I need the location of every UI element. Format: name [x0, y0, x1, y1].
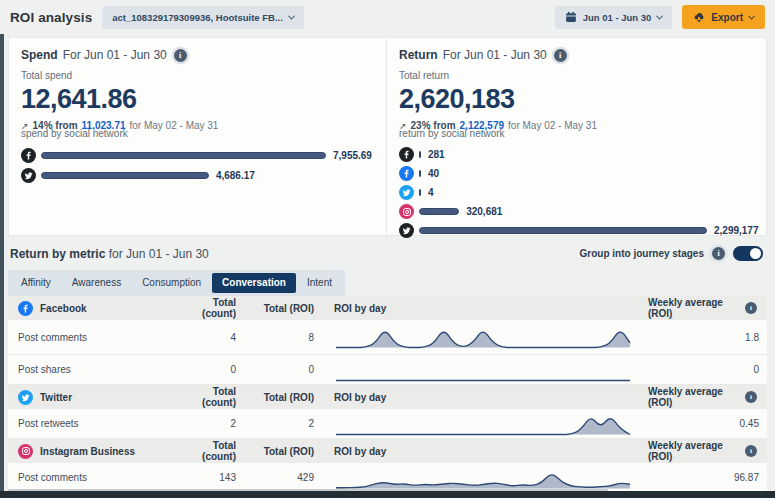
spend-bar	[41, 172, 209, 179]
return-bar	[419, 151, 421, 158]
return-by-metric-title: Return by metric	[10, 247, 105, 261]
total-spend-value: 12,641.86	[21, 84, 376, 115]
export-button[interactable]: Export	[682, 5, 765, 29]
tab-intent[interactable]: Intent	[297, 273, 342, 293]
return-bar-value: 281	[428, 149, 445, 160]
account-dropdown[interactable]: act_108329179309936, Hootsuite FB...	[102, 6, 304, 29]
journey-stages-toggle[interactable]	[733, 246, 763, 261]
instagram-icon	[399, 204, 414, 219]
spend-bar-row: 7,955.69	[21, 145, 376, 165]
tab-conversation[interactable]: Conversation	[212, 273, 296, 293]
spend-bar-value: 4,686.17	[216, 170, 255, 181]
spend-by-network-label: spend by social network	[21, 128, 376, 139]
col-total-roi: Total (ROI)	[240, 303, 318, 314]
date-range-dropdown[interactable]: Jun 01 - Jun 30	[555, 6, 673, 29]
roi-sparkline	[334, 357, 634, 383]
twitter-icon	[399, 223, 414, 238]
section-network-name: Facebook	[40, 303, 87, 314]
spend-heading-title: Spend	[21, 48, 58, 62]
twitter-icon	[18, 390, 33, 405]
metric-label: Post retweets	[8, 418, 180, 429]
info-icon[interactable]	[174, 49, 187, 62]
twitter-icon	[399, 185, 414, 200]
journey-stages-label: Group into journey stages	[580, 248, 704, 259]
twitter-icon	[21, 168, 36, 183]
metric-weekly-average: 0	[648, 364, 767, 375]
table-row: Post retweets 2 2 0.45	[8, 409, 767, 439]
metric-tabs: Affinity Awareness Consumption Conversat…	[8, 270, 345, 296]
col-total-roi: Total (ROI)	[240, 392, 318, 403]
tab-affinity[interactable]: Affinity	[11, 273, 61, 293]
spend-panel: Spend For Jun 01 - Jun 30 Total spend 12…	[9, 38, 387, 235]
return-bar	[419, 208, 459, 215]
chevron-down-icon	[288, 12, 295, 19]
page-title: ROI analysis	[10, 10, 92, 25]
info-icon[interactable]	[712, 247, 725, 260]
return-heading-period: For Jun 01 - Jun 30	[443, 48, 547, 62]
info-icon[interactable]	[554, 49, 567, 62]
return-bar	[419, 189, 421, 196]
roi-sparkline	[334, 465, 634, 491]
info-icon[interactable]	[745, 302, 757, 314]
col-weekly-average: Weekly average (ROI)	[648, 440, 739, 462]
spend-by-network: spend by social network 7,955.69 4,686.1…	[21, 128, 376, 185]
return-bar-row: 2,299,177	[399, 221, 756, 240]
total-return-label: Total return	[399, 70, 756, 81]
instagram-icon	[18, 444, 33, 459]
roi-sparkline	[334, 324, 634, 350]
info-icon[interactable]	[745, 391, 757, 403]
table-row: Post shares 0 0 0	[8, 355, 767, 385]
return-by-network: return by social network 281 40	[399, 128, 756, 240]
total-spend-label: Total spend	[21, 70, 376, 81]
toggle-knob	[750, 248, 761, 259]
metric-roi: 0	[240, 364, 318, 375]
return-bar-value: 40	[428, 168, 439, 179]
col-roi-by-day: ROI by day	[318, 303, 648, 314]
metric-label: Post comments	[8, 472, 180, 483]
account-dropdown-label: act_108329179309936, Hootsuite FB...	[112, 12, 283, 23]
return-by-network-label: return by social network	[399, 128, 756, 139]
tab-consumption[interactable]: Consumption	[132, 273, 211, 293]
return-bar-value: 2,299,177	[714, 225, 759, 236]
metric-count: 0	[180, 364, 240, 375]
facebook-icon	[18, 301, 33, 316]
return-bar-row: 4	[399, 183, 756, 202]
facebook-section-header: Facebook Total (count) Total (ROI) ROI b…	[8, 296, 767, 320]
return-bar-row: 320,681	[399, 202, 756, 221]
metric-roi: 8	[240, 332, 318, 343]
tab-awareness[interactable]: Awareness	[62, 273, 131, 293]
metric-weekly-average: 1.8	[648, 332, 767, 343]
spend-bar-row: 4,686.17	[21, 165, 376, 185]
col-total-count: Total (count)	[180, 440, 240, 462]
spend-heading: Spend For Jun 01 - Jun 30	[21, 48, 376, 62]
roi-sparkline	[334, 411, 634, 437]
metric-count: 143	[180, 472, 240, 483]
return-heading: Return For Jun 01 - Jun 30	[399, 48, 756, 62]
metrics-table: Facebook Total (count) Total (ROI) ROI b…	[8, 296, 767, 493]
facebook-icon	[21, 148, 36, 163]
window-bottom-edge	[0, 491, 775, 498]
facebook-icon	[399, 147, 414, 162]
spend-heading-period: For Jun 01 - Jun 30	[63, 48, 167, 62]
col-total-count: Total (count)	[180, 297, 240, 319]
header: ROI analysis act_108329179309936, Hootsu…	[0, 0, 775, 34]
metric-count: 4	[180, 332, 240, 343]
return-bar-value: 320,681	[466, 206, 502, 217]
table-row: Post comments 4 8 1.8	[8, 320, 767, 355]
return-bar-value: 4	[428, 187, 434, 198]
return-bar-row: 281	[399, 145, 756, 164]
metric-label: Post shares	[8, 364, 180, 375]
metric-weekly-average: 0.45	[648, 418, 767, 429]
return-bar	[419, 170, 421, 177]
return-bar	[419, 227, 707, 234]
col-total-count: Total (count)	[180, 386, 240, 408]
chevron-down-icon	[656, 12, 663, 19]
total-return-value: 2,620,183	[399, 84, 756, 115]
window-left-edge	[0, 34, 4, 498]
col-weekly-average: Weekly average (ROI)	[648, 386, 739, 408]
metric-roi: 429	[240, 472, 318, 483]
date-range-label: Jun 01 - Jun 30	[583, 12, 652, 23]
roi-analysis-screen: ROI analysis act_108329179309936, Hootsu…	[0, 0, 775, 498]
info-icon[interactable]	[745, 445, 757, 457]
spend-return-card: Spend For Jun 01 - Jun 30 Total spend 12…	[8, 37, 767, 236]
